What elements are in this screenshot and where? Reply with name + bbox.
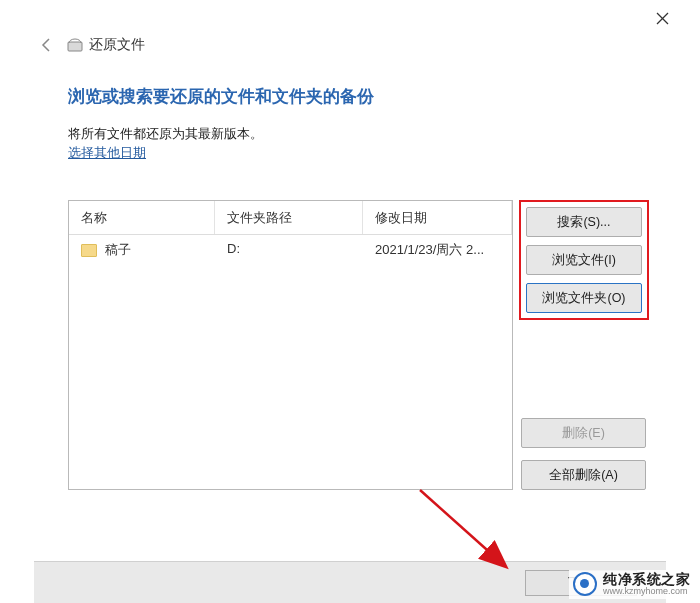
delete-button[interactable]: 删除(E) [521, 418, 646, 448]
restore-icon [67, 37, 83, 53]
page-heading: 浏览或搜索要还原的文件和文件夹的备份 [68, 85, 374, 108]
header-date[interactable]: 修改日期 [363, 201, 512, 234]
table-row[interactable]: 稿子 D: 2021/1/23/周六 2... [69, 235, 512, 265]
choose-date-link[interactable]: 选择其他日期 [68, 144, 146, 162]
row-date: 2021/1/23/周六 2... [363, 235, 512, 265]
highlight-annotation: 搜索(S)... 浏览文件(I) 浏览文件夹(O) [519, 200, 649, 320]
restore-files-dialog: 还原文件 浏览或搜索要还原的文件和文件夹的备份 将所有文件都还原为其最新版本。 … [0, 0, 700, 603]
watermark: 纯净系统之家 www.kzmyhome.com [569, 570, 694, 599]
close-icon[interactable] [652, 8, 672, 28]
back-arrow-icon[interactable] [37, 35, 57, 55]
title-bar: 还原文件 [37, 35, 145, 55]
svg-rect-2 [68, 42, 82, 51]
browse-file-button[interactable]: 浏览文件(I) [526, 245, 642, 275]
svg-line-4 [420, 490, 505, 566]
row-path: D: [215, 235, 363, 265]
action-buttons-bottom: 删除(E) 全部删除(A) [521, 418, 646, 490]
window-title: 还原文件 [89, 36, 145, 54]
file-list: 名称 文件夹路径 修改日期 稿子 D: 2021/1/23/周六 2... [68, 200, 513, 490]
folder-icon [81, 244, 97, 257]
delete-all-button[interactable]: 全部删除(A) [521, 460, 646, 490]
page-description: 将所有文件都还原为其最新版本。 [68, 125, 263, 143]
watermark-logo-icon [573, 572, 597, 596]
search-button[interactable]: 搜索(S)... [526, 207, 642, 237]
header-path[interactable]: 文件夹路径 [215, 201, 363, 234]
watermark-domain: www.kzmyhome.com [603, 587, 690, 597]
list-header: 名称 文件夹路径 修改日期 [69, 201, 512, 235]
watermark-name: 纯净系统之家 [603, 572, 690, 587]
action-buttons-top: 搜索(S)... 浏览文件(I) 浏览文件夹(O) [519, 200, 649, 320]
browse-folder-button[interactable]: 浏览文件夹(O) [526, 283, 642, 313]
row-name: 稿子 [105, 241, 131, 259]
header-name[interactable]: 名称 [69, 201, 215, 234]
